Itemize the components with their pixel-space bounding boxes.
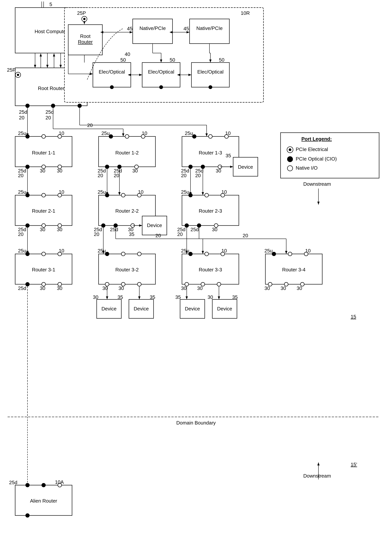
router-1-1-label: Router 1-1 [32, 150, 55, 156]
svg-text:35: 35 [226, 153, 231, 159]
svg-text:25P: 25P [77, 10, 86, 16]
svg-point-202 [217, 282, 221, 286]
svg-text:20: 20 [18, 173, 23, 178]
svg-point-213 [288, 252, 292, 256]
svg-text:PCIe Optical (CIO): PCIe Optical (CIO) [296, 156, 337, 162]
svg-text:Native I/O: Native I/O [296, 165, 318, 171]
svg-text:30: 30 [297, 285, 302, 291]
svg-text:10: 10 [59, 130, 64, 136]
svg-text:35: 35 [232, 294, 238, 300]
svg-text:25u: 25u [18, 130, 26, 136]
svg-text:Port Legend:: Port Legend: [301, 136, 332, 142]
svg-point-168 [42, 252, 45, 256]
label-25d-rr-1: 25d [19, 109, 27, 115]
svg-point-113 [287, 166, 293, 171]
router-2-1-label: Router 2-1 [32, 208, 55, 214]
svg-text:Downstream: Downstream [303, 473, 331, 479]
svg-point-60 [209, 85, 212, 89]
router-3-3-label: Router 3-3 [199, 267, 222, 272]
svg-text:10: 10 [225, 130, 231, 136]
svg-text:10: 10 [221, 248, 227, 254]
svg-text:Device: Device [147, 222, 162, 228]
label-5: 5 [49, 1, 52, 7]
svg-text:35: 35 [175, 294, 181, 300]
detail-elec-opt-3 [191, 63, 229, 87]
svg-text:20: 20 [98, 173, 103, 178]
label-25d-rr-2: 25d [45, 109, 54, 115]
svg-text:Root: Root [80, 33, 91, 39]
svg-text:35: 35 [129, 231, 134, 237]
svg-text:25u: 25u [101, 130, 110, 136]
detail-elec-opt-1 [93, 63, 131, 87]
svg-point-196 [205, 252, 209, 256]
ref-15: 15 [351, 314, 356, 320]
svg-text:10: 10 [138, 189, 143, 195]
svg-text:20: 20 [114, 173, 119, 178]
root-router-label: Root Router [38, 85, 65, 91]
svg-text:Elec/Optical: Elec/Optical [99, 69, 125, 75]
svg-text:35: 35 [118, 294, 123, 300]
svg-text:25d: 25d [18, 285, 26, 291]
svg-text:10A: 10A [55, 479, 64, 485]
svg-text:25u: 25u [98, 189, 106, 195]
svg-text:Device: Device [134, 306, 149, 312]
svg-point-230 [26, 514, 29, 517]
svg-point-58 [110, 85, 114, 89]
svg-text:30: 30 [132, 168, 138, 174]
svg-text:25d: 25d [190, 227, 199, 232]
svg-text:Native/PCIe: Native/PCIe [196, 25, 223, 31]
detail-native-pcie-2 [189, 19, 229, 44]
svg-text:10: 10 [305, 248, 311, 254]
domain-boundary-label: Domain Boundary [176, 420, 216, 426]
router-2-3-label: Router 2-3 [199, 208, 222, 214]
svg-point-90 [209, 135, 212, 138]
svg-point-29 [83, 18, 85, 20]
svg-text:10R: 10R [241, 10, 250, 16]
svg-text:10: 10 [59, 248, 64, 254]
svg-point-75 [125, 135, 129, 138]
svg-text:30: 30 [212, 227, 217, 232]
svg-text:Device: Device [185, 306, 200, 312]
svg-text:Device: Device [101, 306, 116, 312]
router-1-2-label: Router 1-2 [115, 150, 139, 156]
svg-text:50: 50 [170, 57, 175, 63]
svg-text:10: 10 [142, 130, 147, 136]
svg-text:30: 30 [40, 285, 45, 291]
svg-text:40: 40 [125, 51, 130, 57]
detail-elec-opt-2 [142, 63, 180, 87]
svg-point-226 [26, 483, 29, 487]
detail-native-pcie-1 [133, 19, 173, 44]
svg-text:30: 30 [208, 294, 213, 300]
svg-point-227 [42, 483, 45, 487]
svg-point-59 [159, 85, 163, 89]
svg-point-111 [287, 157, 293, 162]
svg-text:Device: Device [217, 306, 232, 312]
svg-text:30: 30 [264, 285, 270, 291]
svg-point-131 [121, 193, 125, 197]
svg-text:25u: 25u [185, 130, 193, 136]
router-3-2-label: Router 3-2 [115, 267, 139, 272]
ref-15p: 15' [351, 462, 357, 467]
router-1-3-label: Router 1-3 [199, 150, 222, 156]
svg-text:25d: 25d [9, 480, 17, 485]
svg-point-185 [137, 282, 141, 286]
svg-point-15 [51, 104, 55, 108]
label-25p-root: 25P [7, 67, 16, 73]
svg-point-12 [17, 74, 19, 76]
svg-text:30: 30 [57, 227, 62, 232]
svg-text:50: 50 [120, 57, 126, 63]
svg-text:Router: Router [78, 39, 93, 45]
svg-text:25d: 25d [110, 227, 118, 232]
svg-text:20: 20 [155, 233, 161, 238]
svg-text:Elec/Optical: Elec/Optical [197, 69, 224, 75]
svg-text:45: 45 [183, 26, 189, 31]
host-computer-label: Host Computer [35, 29, 68, 34]
router-2-2-label: Router 2-2 [115, 208, 139, 214]
svg-text:25u: 25u [264, 248, 273, 254]
label-20-rr-2: 20 [45, 115, 51, 120]
svg-text:30: 30 [40, 168, 45, 174]
svg-point-16 [78, 104, 82, 108]
svg-text:10: 10 [221, 189, 227, 195]
svg-text:20: 20 [243, 233, 248, 238]
svg-text:30: 30 [40, 227, 45, 232]
